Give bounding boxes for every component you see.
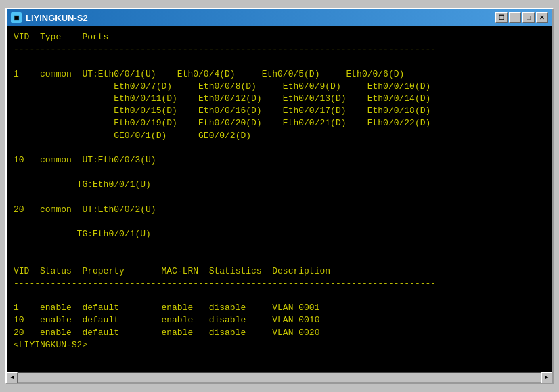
minimize-button[interactable]: ─ (509, 12, 521, 23)
scroll-left-button[interactable]: ◄ (7, 372, 18, 383)
close-button[interactable]: ✕ (536, 12, 548, 23)
horizontal-scrollbar-track[interactable] (18, 372, 541, 383)
maximize-button[interactable]: □ (522, 12, 535, 23)
window-title: LIYINGKUN-S2 (26, 13, 88, 23)
restore-button[interactable]: ❐ (495, 12, 508, 23)
scroll-right-button[interactable]: ► (541, 372, 552, 383)
bottom-scrollbar: ◄ ► (7, 372, 552, 383)
title-controls: ❐ ─ □ ✕ (495, 12, 548, 23)
terminal-content[interactable]: VID Type Ports -------------------------… (7, 26, 552, 372)
title-left: ▣ LIYINGKUN-S2 (11, 12, 88, 23)
window-icon: ▣ (11, 12, 22, 23)
title-bar: ▣ LIYINGKUN-S2 ❐ ─ □ ✕ (7, 9, 552, 26)
terminal-window: ▣ LIYINGKUN-S2 ❐ ─ □ ✕ VID Type Ports --… (5, 8, 554, 384)
